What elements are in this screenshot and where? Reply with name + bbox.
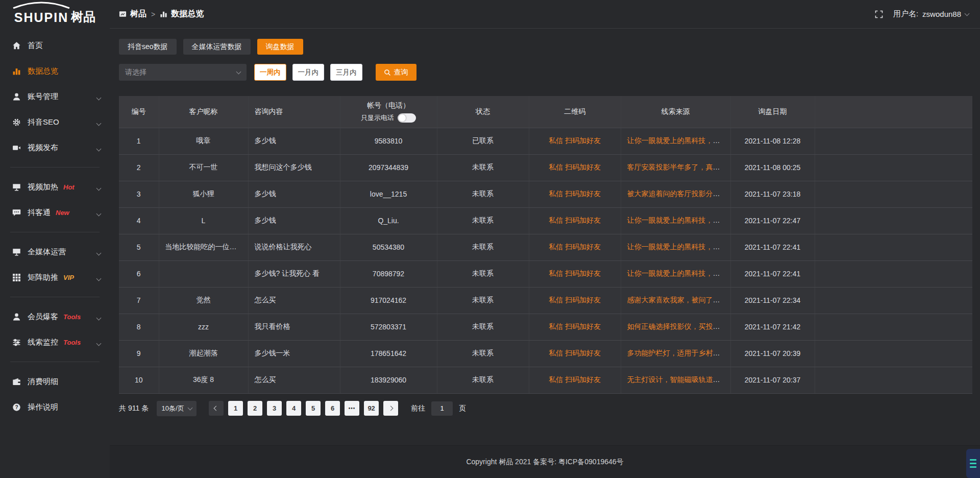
page-button-6[interactable]: 6 bbox=[325, 401, 340, 416]
sidebar-item-data-overview[interactable]: 数据总览 bbox=[0, 58, 110, 84]
range-button-one-week[interactable]: 一周内 bbox=[254, 64, 286, 81]
cell-account: 183929060 bbox=[340, 367, 437, 393]
cell-qrcode: 私信 扫码加好友 bbox=[529, 314, 621, 340]
breadcrumb-item-home[interactable]: 树品 bbox=[119, 9, 146, 19]
sidebar-item-member-burst[interactable]: 会员爆客Tools bbox=[0, 304, 110, 329]
source-link[interactable]: 多功能护栏灯，适用于乡村文... bbox=[627, 349, 726, 357]
sidebar-item-operation-guide[interactable]: ?操作说明 bbox=[0, 394, 110, 420]
sidebar-divider bbox=[10, 167, 100, 168]
cell-status: 未联系 bbox=[437, 234, 529, 260]
sidebar-item-douketong[interactable]: 抖客通New bbox=[0, 200, 110, 225]
cell-qrcode: 私信 扫码加好友 bbox=[529, 340, 621, 367]
source-link[interactable]: 让你一眼就爱上的黑科技，能... bbox=[627, 136, 726, 145]
sidebar-menu: 首页数据总览账号管理抖音SEO视频发布视频加热Hot抖客通New全媒体运营矩阵助… bbox=[0, 29, 110, 420]
page-button-4[interactable]: 4 bbox=[286, 401, 301, 416]
source-link[interactable]: 如何正确选择投影仪，买投影... bbox=[627, 322, 726, 330]
source-link[interactable]: 让你一眼就爱上的黑科技，能... bbox=[627, 269, 726, 277]
qrcode-link[interactable]: 私信 扫码加好友 bbox=[549, 243, 601, 251]
cell-nickname bbox=[159, 260, 248, 287]
page-button-3[interactable]: 3 bbox=[267, 401, 282, 416]
sidebar-item-media-operation[interactable]: 全媒体运营 bbox=[0, 239, 110, 265]
filter-select[interactable]: 请选择 bbox=[119, 64, 247, 81]
qrcode-link[interactable]: 私信 扫码加好友 bbox=[549, 349, 601, 357]
chevron-down-icon bbox=[97, 118, 101, 127]
cell-content: 多少钱一米 bbox=[248, 340, 340, 367]
cell-account: Q_Liu. bbox=[340, 207, 437, 234]
sidebar-item-label: 消费明细 bbox=[28, 377, 58, 387]
source-link[interactable]: 无主灯设计，智能磁吸轨道灯... bbox=[627, 375, 726, 384]
qrcode-link[interactable]: 私信 扫码加好友 bbox=[549, 136, 601, 145]
sidebar-item-douyin-seo[interactable]: 抖音SEO bbox=[0, 109, 110, 135]
qrcode-link[interactable]: 私信 扫码加好友 bbox=[549, 322, 601, 330]
source-link[interactable]: 感谢大家喜欢我家，被问了好... bbox=[627, 296, 726, 304]
sidebar-item-home[interactable]: 首页 bbox=[0, 33, 110, 58]
cell-source: 让你一眼就爱上的黑科技，能... bbox=[621, 207, 730, 234]
page-size-select[interactable]: 10条/页 bbox=[157, 401, 197, 416]
sidebar-item-video-heating[interactable]: 视频加热Hot bbox=[0, 174, 110, 200]
tab-douyin-seo-data[interactable]: 抖音seo数据 bbox=[119, 39, 177, 55]
source-link[interactable]: 被大家追着问的客厅投影分享... bbox=[627, 189, 726, 198]
sidebar-item-lead-monitor[interactable]: 线索监控Tools bbox=[0, 329, 110, 355]
page-button-5[interactable]: 5 bbox=[306, 401, 321, 416]
range-button-three-months[interactable]: 三月内 bbox=[330, 64, 362, 81]
cell-filler bbox=[815, 181, 972, 207]
sidebar-item-consumption-detail[interactable]: 消费明细 bbox=[0, 369, 110, 394]
tab-media-operation-data[interactable]: 全媒体运营数据 bbox=[183, 39, 251, 55]
cell-nickname: 哦章 bbox=[159, 128, 248, 154]
user-menu[interactable]: 用户名: zswodun88 bbox=[893, 9, 969, 19]
qrcode-link[interactable]: 私信 扫码加好友 bbox=[549, 189, 601, 198]
qrcode-link[interactable]: 私信 扫码加好友 bbox=[549, 269, 601, 277]
breadcrumb-separator: > bbox=[151, 10, 155, 18]
sidebar-item-label: 首页 bbox=[28, 41, 43, 51]
cell-status: 未联系 bbox=[437, 154, 529, 181]
fullscreen-icon[interactable] bbox=[875, 10, 883, 18]
prev-page-button[interactable] bbox=[209, 401, 224, 416]
cell-index: 8 bbox=[119, 314, 159, 340]
page-ellipsis-button[interactable]: ••• bbox=[345, 401, 359, 416]
sidebar-item-account-management[interactable]: 账号管理 bbox=[0, 84, 110, 109]
grid-icon bbox=[12, 273, 21, 282]
chevron-right-icon bbox=[388, 406, 394, 411]
page-button-1[interactable]: 1 bbox=[228, 401, 243, 416]
cell-source: 被大家追着问的客厅投影分享... bbox=[621, 181, 730, 207]
table-row: 5当地比较能吃的一位美女说说价格让我死心50534380未联系私信 扫码加好友让… bbox=[119, 234, 972, 260]
sliders-icon bbox=[12, 338, 21, 347]
cell-index: 5 bbox=[119, 234, 159, 260]
topbar-right: 用户名: zswodun88 bbox=[875, 9, 969, 19]
cell-status: 未联系 bbox=[437, 207, 529, 234]
sidebar-item-video-publish[interactable]: 视频发布 bbox=[0, 135, 110, 160]
qrcode-link[interactable]: 私信 扫码加好友 bbox=[549, 163, 601, 171]
cell-qrcode: 私信 扫码加好友 bbox=[529, 260, 621, 287]
page-button-2[interactable]: 2 bbox=[248, 401, 262, 416]
cell-account: 178651642 bbox=[340, 340, 437, 367]
phone-only-toggle[interactable] bbox=[398, 113, 416, 123]
qrcode-link[interactable]: 私信 扫码加好友 bbox=[549, 296, 601, 304]
qrcode-link[interactable]: 私信 扫码加好友 bbox=[549, 375, 601, 384]
corner-widget[interactable] bbox=[966, 449, 980, 478]
next-page-button[interactable] bbox=[383, 401, 398, 416]
cell-content: 多少钱 bbox=[248, 181, 340, 207]
sidebar-item-label: 操作说明 bbox=[28, 402, 58, 412]
table-row: 2不可一世我想问这个多少钱2097344839未联系私信 扫码加好友客厅安装投影… bbox=[119, 154, 972, 181]
cell-source: 无主灯设计，智能磁吸轨道灯... bbox=[621, 367, 730, 393]
pagination-total: 共 911 条 bbox=[119, 404, 149, 413]
page-button-92[interactable]: 92 bbox=[364, 401, 379, 416]
range-button-one-month[interactable]: 一月内 bbox=[292, 64, 325, 81]
breadcrumb-item-data-overview[interactable]: 数据总览 bbox=[160, 9, 204, 19]
source-link[interactable]: 让你一眼就爱上的黑科技，能... bbox=[627, 243, 726, 251]
cell-nickname: zzz bbox=[159, 314, 248, 340]
tab-inquiry-data[interactable]: 询盘数据 bbox=[257, 39, 303, 55]
search-button[interactable]: 查询 bbox=[376, 64, 416, 81]
page-jumper: 前往页 bbox=[411, 401, 466, 416]
source-link[interactable]: 让你一眼就爱上的黑科技，能... bbox=[627, 216, 726, 224]
sidebar-item-matrix-boost[interactable]: 矩阵助推VIP bbox=[0, 265, 110, 290]
goto-page-input[interactable] bbox=[431, 401, 453, 416]
cell-content: 怎么买 bbox=[248, 367, 340, 393]
cell-status: 未联系 bbox=[437, 314, 529, 340]
qrcode-link[interactable]: 私信 扫码加好友 bbox=[549, 216, 601, 224]
cell-qrcode: 私信 扫码加好友 bbox=[529, 234, 621, 260]
cell-nickname: 觉然 bbox=[159, 287, 248, 314]
source-link[interactable]: 客厅安装投影半年多了，真实... bbox=[627, 163, 726, 171]
cell-index: 9 bbox=[119, 340, 159, 367]
chevron-down-icon bbox=[187, 405, 192, 410]
